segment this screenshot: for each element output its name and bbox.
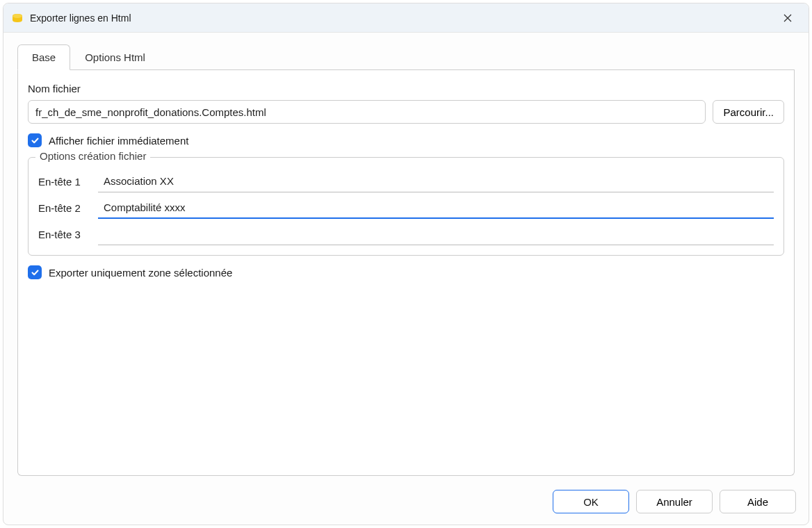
tab-panel-base: Nom fichier Parcourir... Afficher fichie…	[17, 70, 795, 476]
export-selection-row: Exporter uniquement zone sélectionnée	[28, 265, 784, 279]
window-title: Exporter lignes en Html	[30, 13, 774, 24]
tab-options-html[interactable]: Options Html	[70, 44, 160, 70]
button-bar: OK Annuler Aide	[3, 483, 809, 525]
titlebar: Exporter lignes en Html	[3, 3, 809, 33]
dialog-body: Base Options Html Nom fichier Parcourir.…	[3, 33, 809, 483]
tab-base[interactable]: Base	[17, 44, 70, 70]
spacer	[28, 289, 784, 465]
tab-bar: Base Options Html	[17, 44, 795, 70]
filename-label: Nom fichier	[28, 83, 784, 94]
header3-input[interactable]	[98, 223, 774, 245]
cancel-button[interactable]: Annuler	[636, 490, 713, 513]
filename-input[interactable]	[28, 100, 706, 124]
header1-row: En-tête 1	[38, 170, 774, 192]
header1-input[interactable]	[98, 170, 774, 192]
app-icon	[10, 11, 24, 25]
export-selection-label: Exporter uniquement zone sélectionnée	[49, 267, 232, 279]
check-icon	[31, 268, 40, 277]
help-button[interactable]: Aide	[720, 490, 796, 513]
show-file-row: Afficher fichier immédiatement	[28, 133, 784, 147]
show-file-label: Afficher fichier immédiatement	[49, 135, 188, 147]
filename-row: Parcourir...	[28, 100, 784, 124]
close-button[interactable]	[774, 7, 802, 29]
header1-label: En-tête 1	[38, 176, 88, 188]
browse-button[interactable]: Parcourir...	[713, 100, 784, 124]
header2-input[interactable]	[98, 197, 774, 219]
svg-point-0	[13, 14, 22, 18]
export-selection-checkbox[interactable]	[28, 265, 42, 279]
ok-button[interactable]: OK	[553, 490, 629, 513]
header2-row: En-tête 2	[38, 197, 774, 219]
show-file-checkbox[interactable]	[28, 133, 42, 147]
check-icon	[31, 136, 40, 145]
options-creation-group: Options création fichier En-tête 1 En-tê…	[28, 157, 784, 256]
header3-row: En-tête 3	[38, 223, 774, 245]
close-icon	[783, 14, 792, 22]
options-creation-title: Options création fichier	[35, 150, 150, 162]
export-dialog: Exporter lignes en Html Base Options Htm…	[3, 3, 809, 525]
header2-label: En-tête 2	[38, 202, 88, 214]
header3-label: En-tête 3	[38, 229, 88, 240]
